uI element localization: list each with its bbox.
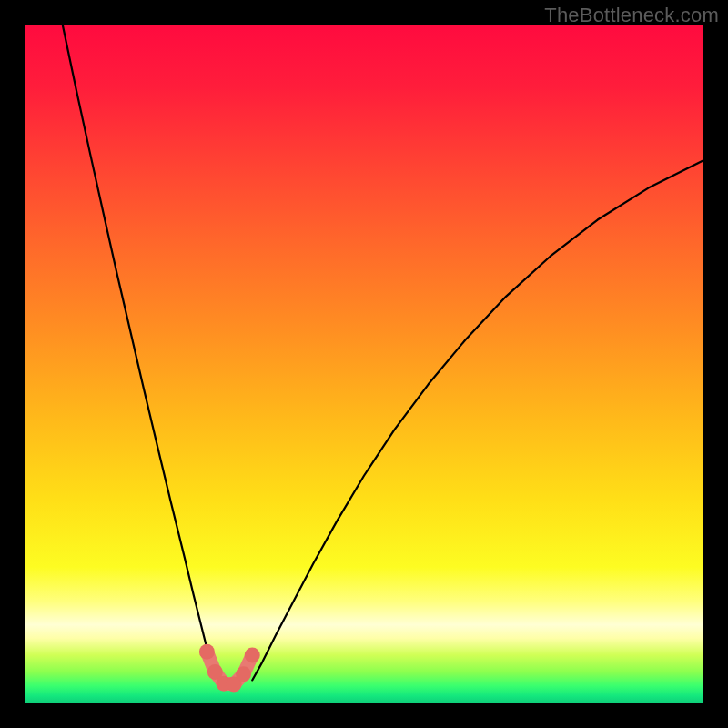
- app-frame: TheBottleneck.com: [0, 0, 728, 728]
- highlight-dot: [199, 644, 215, 660]
- watermark-text: TheBottleneck.com: [544, 4, 719, 27]
- chart-area: [25, 25, 703, 703]
- chart-background: [25, 25, 703, 703]
- highlight-dot: [236, 666, 251, 682]
- chart-canvas: [25, 25, 703, 703]
- highlight-dot: [245, 647, 260, 662]
